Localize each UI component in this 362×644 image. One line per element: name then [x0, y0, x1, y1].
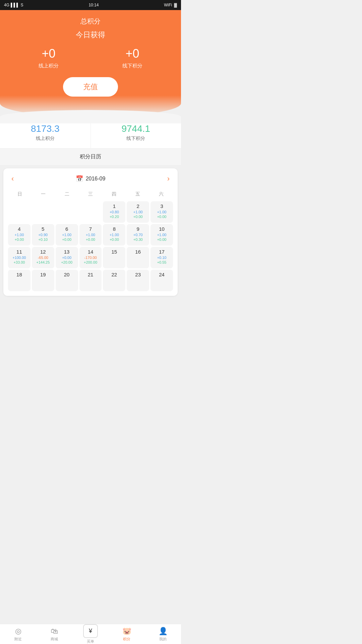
offline-points-label: 线下积分	[122, 63, 142, 69]
weekday-thu: 四	[102, 189, 126, 199]
signal-bars: ▌▌▌	[11, 3, 19, 7]
status-bar: 4G ▌▌▌ S 10:14 WiFi ▓	[0, 0, 181, 10]
weekday-mon: 一	[32, 189, 55, 199]
calendar-icon: 📅	[76, 175, 83, 182]
cal-cell[interactable]: 7+1.00+0.00	[79, 224, 102, 246]
cal-cell[interactable]: 2+1.00+0.00	[127, 201, 149, 223]
calendar-header: ‹ 📅 2016-09 ›	[8, 173, 173, 184]
calendar-section-label: 积分日历	[0, 149, 181, 165]
calendar-container: ‹ 📅 2016-09 › 日 一 二 三 四 五 六 1+0.80+0.202…	[3, 168, 178, 296]
offline-points-value: +0	[122, 47, 142, 61]
cal-cell[interactable]: 10+1.00+0.00	[150, 224, 173, 246]
wifi-icon: WiFi	[164, 3, 172, 7]
prev-month-button[interactable]: ‹	[8, 173, 17, 184]
recharge-button[interactable]: 充值	[63, 77, 118, 97]
cal-cell[interactable]: 20	[56, 270, 78, 291]
cal-cell	[32, 201, 54, 223]
weekday-tue: 二	[55, 189, 79, 199]
cal-cell[interactable]: 17+0.10+0.55	[150, 247, 173, 268]
cal-cell	[56, 201, 78, 223]
time-display: 10:14	[88, 3, 99, 7]
calendar-month: 📅 2016-09	[76, 175, 106, 182]
cal-cell[interactable]: 9+0.70+0.30	[127, 224, 149, 246]
weekday-wed: 三	[79, 189, 102, 199]
cal-cell[interactable]: 3+1.00+0.00	[150, 201, 173, 223]
online-points-label: 线上积分	[39, 63, 59, 69]
cal-cell[interactable]: 12-65.00+144.25	[32, 247, 54, 268]
header-section: 总积分 今日获得 +0 线上积分 +0 线下积分 充值	[0, 10, 181, 117]
cal-cell[interactable]: 6+1.00+0.00	[56, 224, 78, 246]
cal-cell[interactable]: 15	[103, 247, 125, 268]
status-right: WiFi ▓	[164, 3, 177, 7]
cal-cell[interactable]: 16	[127, 247, 149, 268]
cal-cell[interactable]: 11+100.00+33.00	[8, 247, 31, 268]
cal-cell[interactable]: 22	[103, 270, 125, 291]
offline-stat-label: 线下积分	[94, 136, 178, 142]
month-display: 2016-09	[86, 176, 106, 182]
sim-icon: S	[21, 3, 23, 7]
cal-cell	[8, 201, 31, 223]
cal-cell[interactable]: 23	[127, 270, 149, 291]
next-month-button[interactable]: ›	[164, 173, 173, 184]
status-left: 4G ▌▌▌ S	[4, 3, 23, 7]
total-points-label: 总积分	[7, 17, 174, 26]
cal-cell[interactable]: 14-170.00+200.00	[79, 247, 102, 268]
cal-cell[interactable]: 5+0.90+0.10	[32, 224, 54, 246]
cal-cell[interactable]: 13+0.00+20.00	[56, 247, 78, 268]
cal-cell[interactable]: 8+1.00+0.00	[103, 224, 125, 246]
cal-cell[interactable]: 21	[79, 270, 102, 291]
cal-cell[interactable]: 24	[150, 270, 173, 291]
calendar-grid: 1+0.80+0.202+1.00+0.003+1.00+0.004+1.00+…	[8, 201, 173, 291]
cal-cell	[79, 201, 102, 223]
cal-cell[interactable]: 1+0.80+0.20	[103, 201, 125, 223]
online-stat-label: 线上积分	[3, 136, 87, 142]
offline-points-item: +0 线下积分	[122, 47, 142, 69]
signal-text: 4G	[4, 3, 9, 7]
cal-cell[interactable]: 4+1.00+0.00	[8, 224, 31, 246]
online-stat-value: 8173.3	[3, 123, 87, 134]
online-points-item: +0 线上积分	[39, 47, 59, 69]
online-points-value: +0	[39, 47, 59, 61]
calendar-weekdays: 日 一 二 三 四 五 六	[8, 189, 173, 199]
offline-stat-value: 9744.1	[94, 123, 178, 134]
weekday-sat: 六	[149, 189, 173, 199]
weekday-fri: 五	[126, 189, 149, 199]
points-row: +0 线上积分 +0 线下积分	[7, 47, 174, 69]
weekday-sun: 日	[8, 189, 32, 199]
battery-icon: ▓	[174, 3, 177, 7]
cal-cell[interactable]: 18	[8, 270, 31, 291]
cal-cell[interactable]: 19	[32, 270, 54, 291]
today-earned-label: 今日获得	[7, 30, 174, 40]
